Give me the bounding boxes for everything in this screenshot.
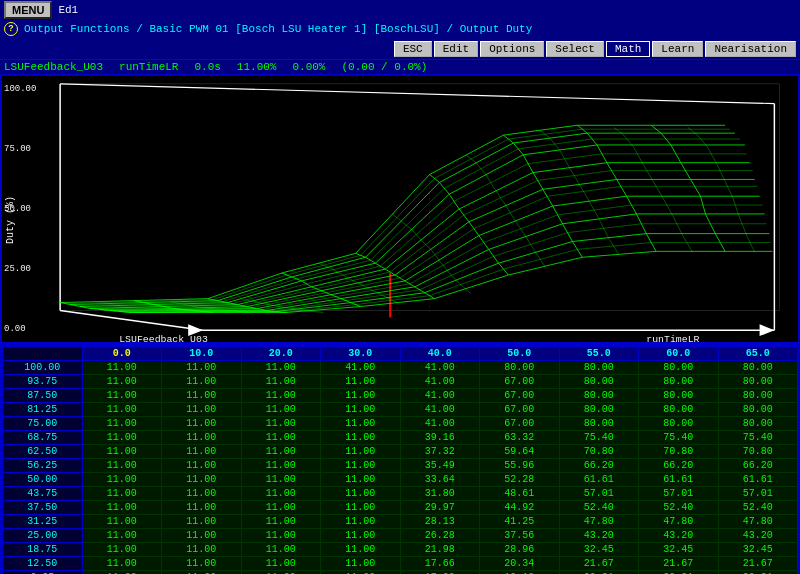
cell-r6-c2[interactable]: 11.00	[241, 445, 321, 459]
col-header-40[interactable]: 40.0	[400, 347, 480, 361]
cell-r6-c3[interactable]: 11.00	[321, 445, 401, 459]
cell-r0-c4[interactable]: 41.00	[400, 361, 480, 375]
cell-r11-c0[interactable]: 11.00	[82, 515, 162, 529]
cell-r15-c1[interactable]: 11.00	[162, 571, 242, 575]
cell-r1-c7[interactable]: 80.00	[639, 375, 719, 389]
cell-r6-c1[interactable]: 11.00	[162, 445, 242, 459]
cell-r14-c0[interactable]: 11.00	[82, 557, 162, 571]
nearisation-button[interactable]: Nearisation	[705, 41, 796, 57]
cell-r3-c3[interactable]: 11.00	[321, 403, 401, 417]
cell-r2-c5[interactable]: 67.00	[480, 389, 560, 403]
cell-r10-c1[interactable]: 11.00	[162, 501, 242, 515]
cell-r9-c0[interactable]: 11.00	[82, 487, 162, 501]
cell-r4-c3[interactable]: 11.00	[321, 417, 401, 431]
cell-r14-c7[interactable]: 21.67	[639, 557, 719, 571]
cell-r10-c4[interactable]: 29.97	[400, 501, 480, 515]
cell-r10-c3[interactable]: 11.00	[321, 501, 401, 515]
cell-r4-c5[interactable]: 67.00	[480, 417, 560, 431]
cell-r13-c1[interactable]: 11.00	[162, 543, 242, 557]
cell-r7-c7[interactable]: 66.20	[639, 459, 719, 473]
row-header-4[interactable]: 75.00	[3, 417, 83, 431]
cell-r12-c8[interactable]: 43.20	[718, 529, 798, 543]
cell-r9-c2[interactable]: 11.00	[241, 487, 321, 501]
cell-r9-c7[interactable]: 57.01	[639, 487, 719, 501]
cell-r5-c7[interactable]: 75.40	[639, 431, 719, 445]
cell-r15-c3[interactable]: 11.00	[321, 571, 401, 575]
cell-r13-c2[interactable]: 11.00	[241, 543, 321, 557]
cell-r3-c4[interactable]: 41.00	[400, 403, 480, 417]
cell-r10-c5[interactable]: 44.92	[480, 501, 560, 515]
cell-r0-c6[interactable]: 80.00	[559, 361, 639, 375]
cell-r5-c4[interactable]: 39.16	[400, 431, 480, 445]
cell-r12-c6[interactable]: 43.20	[559, 529, 639, 543]
cell-r9-c8[interactable]: 57.01	[718, 487, 798, 501]
col-header-10[interactable]: 10.0	[162, 347, 242, 361]
cell-r8-c2[interactable]: 11.00	[241, 473, 321, 487]
row-header-11[interactable]: 31.25	[3, 515, 83, 529]
cell-r7-c5[interactable]: 55.96	[480, 459, 560, 473]
cell-r9-c1[interactable]: 11.00	[162, 487, 242, 501]
cell-r12-c7[interactable]: 43.20	[639, 529, 719, 543]
cell-r11-c1[interactable]: 11.00	[162, 515, 242, 529]
cell-r12-c5[interactable]: 37.56	[480, 529, 560, 543]
cell-r3-c2[interactable]: 11.00	[241, 403, 321, 417]
cell-r11-c2[interactable]: 11.00	[241, 515, 321, 529]
cell-r3-c7[interactable]: 80.00	[639, 403, 719, 417]
cell-r3-c8[interactable]: 80.00	[718, 403, 798, 417]
cell-r10-c8[interactable]: 52.40	[718, 501, 798, 515]
col-header-20[interactable]: 20.0	[241, 347, 321, 361]
cell-r1-c6[interactable]: 80.00	[559, 375, 639, 389]
row-header-0[interactable]: 100.00	[3, 361, 83, 375]
cell-r12-c1[interactable]: 11.00	[162, 529, 242, 543]
cell-r14-c2[interactable]: 11.00	[241, 557, 321, 571]
cell-r12-c2[interactable]: 11.00	[241, 529, 321, 543]
cell-r8-c7[interactable]: 61.61	[639, 473, 719, 487]
cell-r5-c0[interactable]: 11.00	[82, 431, 162, 445]
cell-r8-c1[interactable]: 11.00	[162, 473, 242, 487]
cell-r3-c1[interactable]: 11.00	[162, 403, 242, 417]
cell-r13-c5[interactable]: 28.96	[480, 543, 560, 557]
cell-r14-c6[interactable]: 21.67	[559, 557, 639, 571]
cell-r14-c3[interactable]: 11.00	[321, 557, 401, 571]
cell-r5-c2[interactable]: 11.00	[241, 431, 321, 445]
menu-button[interactable]: MENU	[4, 1, 52, 19]
cell-r11-c3[interactable]: 11.00	[321, 515, 401, 529]
cell-r15-c7[interactable]: 20.21	[639, 571, 719, 575]
cell-r12-c4[interactable]: 26.28	[400, 529, 480, 543]
col-header-65[interactable]: 65.0	[718, 347, 798, 361]
cell-r3-c6[interactable]: 80.00	[559, 403, 639, 417]
cell-r4-c7[interactable]: 80.00	[639, 417, 719, 431]
cell-r4-c6[interactable]: 80.00	[559, 417, 639, 431]
cell-r0-c2[interactable]: 11.00	[241, 361, 321, 375]
row-header-6[interactable]: 62.50	[3, 445, 83, 459]
cell-r12-c0[interactable]: 11.00	[82, 529, 162, 543]
learn-button[interactable]: Learn	[652, 41, 703, 57]
cell-r0-c5[interactable]: 80.00	[480, 361, 560, 375]
cell-r7-c6[interactable]: 66.20	[559, 459, 639, 473]
cell-r11-c4[interactable]: 28.13	[400, 515, 480, 529]
col-header-60[interactable]: 60.0	[639, 347, 719, 361]
cell-r7-c3[interactable]: 11.00	[321, 459, 401, 473]
cell-r7-c8[interactable]: 66.20	[718, 459, 798, 473]
cell-r15-c8[interactable]: 20.21	[718, 571, 798, 575]
cell-r4-c4[interactable]: 41.00	[400, 417, 480, 431]
cell-r13-c6[interactable]: 32.45	[559, 543, 639, 557]
cell-r14-c1[interactable]: 11.00	[162, 557, 242, 571]
cell-r2-c0[interactable]: 11.00	[82, 389, 162, 403]
col-header-0[interactable]: 0.0	[82, 347, 162, 361]
cell-r15-c6[interactable]: 20.21	[559, 571, 639, 575]
cell-r6-c7[interactable]: 70.80	[639, 445, 719, 459]
cell-r4-c0[interactable]: 11.00	[82, 417, 162, 431]
row-header-13[interactable]: 18.75	[3, 543, 83, 557]
cell-r11-c6[interactable]: 47.80	[559, 515, 639, 529]
cell-r0-c0[interactable]: 11.00	[82, 361, 162, 375]
cell-r10-c7[interactable]: 52.40	[639, 501, 719, 515]
math-button[interactable]: Math	[606, 41, 650, 57]
cell-r0-c3[interactable]: 41.00	[321, 361, 401, 375]
cell-r11-c7[interactable]: 47.80	[639, 515, 719, 529]
cell-r1-c0[interactable]: 11.00	[82, 375, 162, 389]
cell-r11-c8[interactable]: 47.80	[718, 515, 798, 529]
cell-r9-c6[interactable]: 57.01	[559, 487, 639, 501]
options-button[interactable]: Options	[480, 41, 544, 57]
col-header-55[interactable]: 55.0	[559, 347, 639, 361]
